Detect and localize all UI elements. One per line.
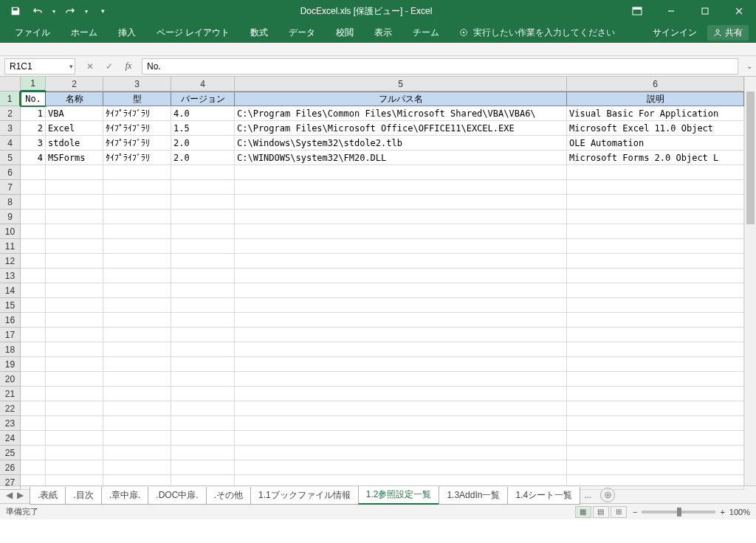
cell[interactable] <box>567 342 744 357</box>
save-button[interactable] <box>6 2 25 20</box>
cell[interactable] <box>21 313 46 328</box>
select-all-corner[interactable] <box>0 77 21 91</box>
cancel-formula-button[interactable]: ✕ <box>81 58 99 75</box>
cell[interactable] <box>567 387 744 401</box>
cell[interactable] <box>46 283 103 298</box>
cell[interactable]: Microsoft Excel 11.0 Object <box>567 121 744 136</box>
row-header[interactable]: 27 <box>0 475 21 490</box>
cell[interactable] <box>103 239 171 254</box>
cell[interactable] <box>171 416 235 431</box>
redo-button[interactable] <box>61 2 80 20</box>
cell[interactable] <box>171 460 235 475</box>
cell[interactable] <box>567 328 744 342</box>
sheet-nav-next[interactable]: ▶ <box>16 490 25 500</box>
zoom-slider[interactable] <box>642 511 715 513</box>
cell[interactable] <box>103 195 171 210</box>
column-header[interactable]: 2 <box>46 77 103 91</box>
cell[interactable] <box>21 239 46 254</box>
cell[interactable] <box>103 446 171 460</box>
cell[interactable] <box>235 401 567 416</box>
cell[interactable]: Excel <box>46 121 103 136</box>
cell[interactable]: C:\Program Files\Microsoft Office\OFFICE… <box>235 121 567 136</box>
cell[interactable]: バージョン <box>171 91 235 106</box>
cell[interactable] <box>103 431 171 446</box>
cell[interactable] <box>46 165 103 180</box>
cell[interactable] <box>171 387 235 401</box>
redo-dropdown[interactable]: ▾ <box>83 2 90 20</box>
cell[interactable] <box>235 387 567 401</box>
cell[interactable]: VBA <box>46 106 103 121</box>
cell[interactable] <box>235 431 567 446</box>
cell[interactable] <box>46 239 103 254</box>
cell[interactable]: 1 <box>21 106 46 121</box>
cell[interactable]: ﾀｲﾌﾟﾗｲﾌﾞﾗﾘ <box>103 121 171 136</box>
cell[interactable] <box>567 401 744 416</box>
cell[interactable] <box>103 283 171 298</box>
cell[interactable] <box>171 298 235 313</box>
page-layout-view-button[interactable]: ▤ <box>593 506 609 518</box>
cell[interactable] <box>46 269 103 283</box>
cell[interactable] <box>171 328 235 342</box>
cell[interactable] <box>567 460 744 475</box>
cell[interactable]: MSForms <box>46 151 103 165</box>
cell[interactable]: 2.0 <box>171 151 235 165</box>
column-header[interactable]: 1 <box>21 77 46 91</box>
cell[interactable] <box>567 475 744 490</box>
formula-bar[interactable]: No. <box>142 58 738 75</box>
row-header[interactable]: 4 <box>0 136 21 151</box>
enter-formula-button[interactable]: ✓ <box>100 58 118 75</box>
row-header[interactable]: 8 <box>0 195 21 210</box>
cell[interactable] <box>21 446 46 460</box>
row-header[interactable]: 11 <box>0 239 21 254</box>
row-header[interactable]: 17 <box>0 328 21 342</box>
cell[interactable]: C:\WINDOWS\system32\FM20.DLL <box>235 151 567 165</box>
cell[interactable] <box>21 431 46 446</box>
cell[interactable] <box>171 357 235 372</box>
cell[interactable] <box>235 224 567 239</box>
row-header[interactable]: 12 <box>0 254 21 269</box>
row-header[interactable]: 21 <box>0 387 21 401</box>
cell[interactable] <box>171 165 235 180</box>
cell[interactable] <box>46 224 103 239</box>
sheet-tab[interactable]: 1.4シート一覧 <box>507 487 580 505</box>
close-button[interactable] <box>722 0 756 22</box>
cell[interactable] <box>567 431 744 446</box>
cell[interactable] <box>235 239 567 254</box>
cell[interactable]: Microsoft Forms 2.0 Object L <box>567 151 744 165</box>
tell-me-search[interactable]: 実行したい作業を入力してください <box>458 27 615 39</box>
ribbon-tab-ファイル[interactable]: ファイル <box>4 22 61 43</box>
cell[interactable] <box>46 328 103 342</box>
cell[interactable] <box>235 180 567 195</box>
cell[interactable] <box>46 416 103 431</box>
ribbon-tab-データ[interactable]: データ <box>278 22 326 43</box>
cell[interactable] <box>171 210 235 224</box>
cell[interactable]: No. <box>21 91 46 106</box>
cell[interactable]: 3 <box>21 136 46 151</box>
cell[interactable] <box>235 328 567 342</box>
sheet-nav-prev[interactable]: ◀ <box>4 490 14 500</box>
cell[interactable] <box>21 298 46 313</box>
cell[interactable] <box>171 446 235 460</box>
minimize-button[interactable] <box>654 0 688 22</box>
ribbon-tab-校閲[interactable]: 校閲 <box>326 22 364 43</box>
cell[interactable] <box>46 460 103 475</box>
cell[interactable]: 2.0 <box>171 136 235 151</box>
name-box[interactable]: R1C1 ▾ <box>4 58 75 75</box>
cell[interactable] <box>567 357 744 372</box>
normal-view-button[interactable]: ▦ <box>575 506 591 518</box>
cell[interactable]: フルパス名 <box>235 91 567 106</box>
cell[interactable] <box>567 283 744 298</box>
cell[interactable] <box>103 298 171 313</box>
cell[interactable] <box>21 269 46 283</box>
cell[interactable] <box>103 416 171 431</box>
cell[interactable] <box>21 328 46 342</box>
cell[interactable] <box>567 180 744 195</box>
cell[interactable] <box>235 460 567 475</box>
ribbon-tab-ホーム[interactable]: ホーム <box>61 22 108 43</box>
row-header[interactable]: 20 <box>0 372 21 387</box>
insert-function-button[interactable]: fx <box>120 58 137 75</box>
cell[interactable] <box>171 342 235 357</box>
cell[interactable] <box>235 195 567 210</box>
cell[interactable] <box>46 357 103 372</box>
name-box-dropdown-icon[interactable]: ▾ <box>69 63 73 70</box>
